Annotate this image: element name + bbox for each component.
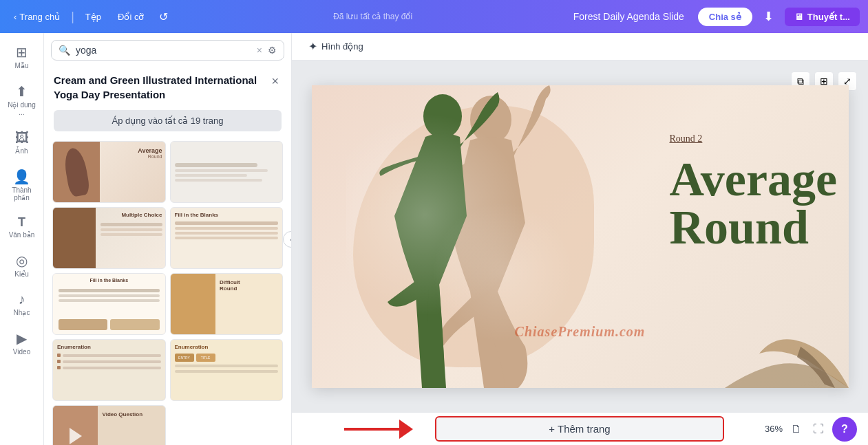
back-label: Trang chủ bbox=[19, 12, 60, 22]
search-input[interactable] bbox=[76, 45, 251, 56]
canvas-area: ✦ Hình động ⧉ ⊞ ⤢ bbox=[292, 33, 868, 445]
document-title: Forest Daily Agenda Slide bbox=[573, 11, 684, 22]
close-panel-button[interactable]: × bbox=[268, 73, 282, 90]
sidebar-item-elements[interactable]: 👤 Thành phần bbox=[3, 163, 41, 207]
main-layout: ⊞ Mẫu ⬆ Nội dung ... 🖼 Ảnh 👤 Thành phần … bbox=[0, 33, 868, 445]
sidebar-item-video[interactable]: ▶ Video bbox=[3, 325, 41, 361]
animation-button[interactable]: ✦ Hình động bbox=[303, 37, 369, 56]
bottom-right-controls: 36% 🗋 ⛶ ? bbox=[765, 417, 857, 442]
template-card[interactable]: Multiple Choice bbox=[52, 207, 166, 269]
sidebar-icons: ⊞ Mẫu ⬆ Nội dung ... 🖼 Ảnh 👤 Thành phần … bbox=[0, 33, 44, 445]
canvas-toolbar: ✦ Hình động bbox=[292, 33, 868, 61]
search-icon: 🔍 bbox=[59, 45, 70, 56]
text-icon: T bbox=[18, 215, 25, 230]
page-view-icon[interactable]: 🗋 bbox=[788, 420, 805, 438]
template-grid: Average Round bbox=[44, 137, 291, 445]
sidebar-label-style: Kiểu bbox=[14, 270, 28, 278]
watermark: ChiasePremium.com bbox=[515, 324, 646, 340]
style-icon: ◎ bbox=[16, 252, 28, 269]
template-card[interactable]: Video Question bbox=[52, 405, 166, 445]
video-icon: ▶ bbox=[17, 330, 27, 347]
music-icon: ♪ bbox=[19, 292, 25, 307]
canvas-wrapper[interactable]: ⧉ ⊞ ⤢ bbox=[292, 61, 868, 412]
chevron-left-icon: ‹ bbox=[14, 12, 17, 22]
animation-label: Hình động bbox=[321, 41, 363, 52]
sidebar-item-style[interactable]: ◎ Kiểu bbox=[3, 247, 41, 283]
sidebar-label-images: Ảnh bbox=[15, 147, 28, 155]
zoom-level: 36% bbox=[765, 424, 783, 434]
sidebar-item-text[interactable]: T Văn bản bbox=[3, 210, 41, 244]
elements-icon: 👤 bbox=[13, 169, 30, 185]
template-card[interactable]: Fill in the Blanks bbox=[170, 207, 284, 269]
image-icon: 🖼 bbox=[15, 130, 29, 146]
sidebar-label-elements: Thành phần bbox=[7, 186, 37, 202]
slide-round-text: Round bbox=[670, 204, 828, 252]
arrow-indicator bbox=[344, 420, 413, 439]
template-card[interactable]: Difficult Round bbox=[170, 273, 284, 335]
add-page-button[interactable]: + Thêm trang bbox=[435, 416, 724, 442]
template-card[interactable]: Average Round bbox=[52, 141, 166, 203]
bottom-bar: + Thêm trang 36% 🗋 ⛶ ? bbox=[292, 412, 868, 445]
share-button[interactable]: Chia sẻ bbox=[698, 8, 752, 26]
present-label: Thuyết t... bbox=[807, 12, 850, 22]
filter-icon[interactable]: ⚙ bbox=[268, 45, 277, 56]
resize-button[interactable]: Đổi cỡ bbox=[112, 9, 149, 25]
menu-icon: ⊞ bbox=[16, 44, 28, 61]
nav-separator: | bbox=[71, 10, 74, 24]
fullscreen-icon[interactable]: ⛶ bbox=[810, 420, 827, 438]
back-button[interactable]: ‹ Trang chủ bbox=[8, 9, 65, 25]
search-bar: 🔍 × ⚙ bbox=[51, 40, 284, 61]
slide-round-label: Round 2 bbox=[670, 133, 828, 144]
present-icon: 🖥 bbox=[794, 12, 803, 22]
slide-canvas: Round 2 Average Round ChiasePremium.com bbox=[312, 85, 849, 388]
template-panel: 🔍 × ⚙ Cream and Green Illustrated Intern… bbox=[44, 33, 292, 445]
apply-all-button[interactable]: Áp dụng vào tất cả 19 trang bbox=[54, 110, 282, 131]
sidebar-item-music[interactable]: ♪ Nhạc bbox=[3, 286, 41, 322]
undo-button[interactable]: ↺ bbox=[155, 8, 172, 26]
sidebar-label-templates: Mẫu bbox=[15, 62, 29, 69]
help-icon: ? bbox=[841, 423, 848, 435]
upload-icon: ⬆ bbox=[16, 83, 28, 100]
sidebar-label-text: Văn bản bbox=[9, 231, 35, 239]
file-menu-button[interactable]: Tệp bbox=[80, 9, 107, 25]
sidebar-label-video: Video bbox=[13, 348, 30, 356]
arrow-head bbox=[399, 420, 413, 439]
template-card[interactable]: Enumeration ENTRY TITLE bbox=[170, 339, 284, 401]
svg-point-1 bbox=[423, 94, 462, 138]
sidebar-item-templates[interactable]: ⊞ Mẫu bbox=[3, 39, 41, 75]
sidebar-label-content: Nội dung ... bbox=[7, 101, 37, 116]
clear-search-icon[interactable]: × bbox=[257, 45, 262, 56]
sidebar-label-music: Nhạc bbox=[14, 309, 30, 316]
animation-icon: ✦ bbox=[308, 40, 317, 53]
template-card[interactable]: Enumeration bbox=[52, 339, 166, 401]
saved-status: Đã lưu tất cả thay đổi bbox=[178, 12, 567, 21]
arrow-body bbox=[344, 428, 399, 431]
template-card[interactable]: Fill in the Blanks bbox=[52, 273, 166, 335]
help-button[interactable]: ? bbox=[832, 417, 857, 442]
present-button[interactable]: 🖥 Thuyết t... bbox=[785, 8, 860, 26]
template-card[interactable] bbox=[170, 141, 284, 203]
template-title: Cream and Green Illustrated Internationa… bbox=[54, 73, 268, 102]
sidebar-item-content[interactable]: ⬆ Nội dung ... bbox=[3, 78, 41, 122]
sidebar-item-images[interactable]: 🖼 Ảnh bbox=[3, 124, 41, 160]
slide-content: Round 2 Average Round bbox=[670, 133, 828, 252]
template-header: Cream and Green Illustrated Internationa… bbox=[44, 67, 291, 105]
top-navigation: ‹ Trang chủ | Tệp Đổi cỡ ↺ Đã lưu tất cả… bbox=[0, 0, 868, 33]
download-button[interactable]: ⬇ bbox=[758, 6, 779, 27]
slide-average-text: Average bbox=[670, 155, 828, 204]
